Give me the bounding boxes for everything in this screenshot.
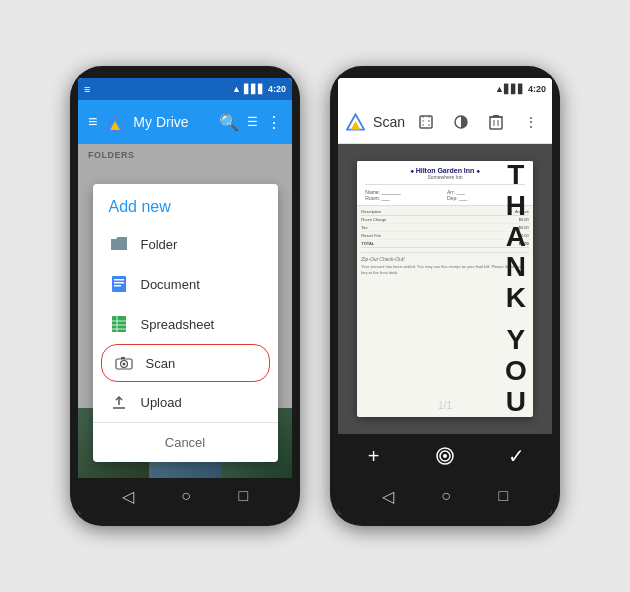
folder-item[interactable]: Folder (93, 224, 278, 264)
drive-content: FOLDERS Add new Folder (78, 144, 292, 478)
spreadsheet-icon (109, 314, 129, 334)
folder-label: Folder (141, 237, 178, 252)
document-icon (109, 274, 129, 294)
delete-button[interactable] (483, 108, 510, 136)
camera-scan-icon (114, 353, 134, 373)
spreadsheet-item[interactable]: Spreadsheet (93, 304, 278, 344)
phone2: ▲▋▋▋ 4:20 Scan ⋮ (330, 66, 560, 526)
scan-app-bar: Scan ⋮ (338, 100, 552, 144)
phone1-screen: ≡ ▲ ▋▋▋ 4:20 ≡ My Drive 🔍 ☰ ⋮ (78, 78, 292, 514)
modal-overlay: Add new Folder Document (78, 144, 292, 478)
drive-logo-icon-2 (346, 113, 365, 131)
list-icon-1[interactable]: ☰ (247, 115, 258, 129)
thank-you-overlay: T H A N K Y O U (505, 161, 527, 416)
crop-button[interactable] (413, 108, 440, 136)
hotel-name: ⬥ Hilton Garden Inn ⬥ Somewhere Inn (410, 167, 481, 180)
search-icon-1[interactable]: 🔍 (219, 113, 239, 132)
svg-rect-7 (114, 285, 121, 287)
recent-button-1[interactable]: □ (239, 487, 249, 505)
status-time: 4:20 (268, 84, 286, 94)
table-header-row: Description Amount (361, 208, 528, 216)
back-button-2[interactable]: ◁ (382, 487, 394, 506)
svg-rect-4 (112, 276, 126, 292)
svg-rect-5 (114, 279, 124, 281)
ty-T: T (507, 161, 524, 191)
svg-point-34 (443, 454, 447, 458)
scanned-document: ⬥ Hilton Garden Inn ⬥ Somewhere Inn Name… (357, 161, 532, 416)
app-bar-1: ≡ My Drive 🔍 ☰ ⋮ (78, 100, 292, 144)
ty-Y: Y (507, 325, 526, 356)
checkout-details: Your account has been settled. You may u… (361, 264, 528, 275)
status-icons-2: ▲▋▋▋ (495, 84, 525, 94)
table-total-row: TOTAL $0.00 (361, 240, 528, 248)
scan-bottom-bar: + ✓ (338, 434, 552, 478)
back-button-1[interactable]: ◁ (122, 487, 134, 506)
checkout-text: Zip-Out Check-Out! (361, 252, 528, 262)
svg-rect-27 (490, 117, 502, 129)
spreadsheet-label: Spreadsheet (141, 317, 215, 332)
camera-retake-icon (433, 444, 457, 468)
confirm-button[interactable]: ✓ (498, 438, 534, 474)
document-item[interactable]: Document (93, 264, 278, 304)
table-row-3: Resort Fee $0.00 (361, 232, 528, 240)
ty-H: H (506, 191, 526, 222)
upload-item[interactable]: Upload (93, 382, 278, 422)
table-row-2: Tax $0.00 (361, 224, 528, 232)
ty-N: N (506, 253, 526, 284)
phone2-screen: ▲▋▋▋ 4:20 Scan ⋮ (338, 78, 552, 514)
home-button-1[interactable]: ○ (181, 487, 191, 505)
menu-icon[interactable]: ≡ (88, 113, 97, 131)
modal-title: Add new (93, 184, 278, 224)
hotel-logo-row: ⬥ Hilton Garden Inn ⬥ Somewhere Inn (365, 167, 524, 180)
signal-icon: ▋▋▋ (244, 84, 265, 94)
retake-button[interactable] (427, 438, 463, 474)
table-row-1: Room Charge $0.00 (361, 216, 528, 224)
recent-button-2[interactable]: □ (499, 487, 509, 505)
page-indicator: 1/1 (438, 400, 452, 411)
svg-marker-1 (110, 121, 120, 130)
ty-U: U (506, 387, 526, 417)
more-icon-2[interactable]: ⋮ (517, 108, 544, 136)
status-time-2: 4:20 (528, 84, 546, 94)
doc-info-left: Name: _______ Room: ___ (365, 189, 443, 201)
hamburger-icon: ≡ (84, 83, 90, 95)
scan-item[interactable]: Scan (101, 344, 270, 382)
more-icon-1[interactable]: ⋮ (266, 113, 282, 132)
add-page-button[interactable]: + (356, 438, 392, 474)
upload-label: Upload (141, 395, 182, 410)
scan-title: Scan (373, 114, 405, 130)
phone1: ≡ ▲ ▋▋▋ 4:20 ≡ My Drive 🔍 ☰ ⋮ (70, 66, 300, 526)
status-bar-2: ▲▋▋▋ 4:20 (338, 78, 552, 100)
svg-rect-16 (121, 357, 125, 359)
app-bar-title-1: My Drive (133, 114, 211, 130)
document-label: Document (141, 277, 200, 292)
add-new-modal: Add new Folder Document (93, 184, 278, 462)
cancel-button[interactable]: Cancel (93, 422, 278, 462)
scan-label: Scan (146, 356, 176, 371)
ty-A: A (506, 222, 526, 253)
svg-rect-8 (112, 316, 126, 332)
wifi-icon: ▲ (232, 84, 241, 94)
svg-point-15 (122, 363, 125, 366)
drive-logo-icon (105, 113, 125, 131)
ty-K: K (506, 284, 526, 315)
home-button-2[interactable]: ○ (441, 487, 451, 505)
svg-rect-23 (420, 116, 432, 128)
doc-info: Name: _______ Room: ___ Arr: ___ Dep: __… (365, 189, 524, 201)
scan-content: ⬥ Hilton Garden Inn ⬥ Somewhere Inn Name… (338, 144, 552, 434)
svg-rect-6 (114, 282, 124, 284)
status-bar-1: ≡ ▲ ▋▋▋ 4:20 (78, 78, 292, 100)
contrast-button[interactable] (448, 108, 475, 136)
ty-O: O (505, 356, 527, 387)
svg-rect-29 (493, 115, 499, 117)
svg-marker-20 (351, 121, 361, 130)
upload-icon (109, 392, 129, 412)
folder-icon (109, 234, 129, 254)
bottom-nav-1: ◁ ○ □ (78, 478, 292, 514)
bottom-nav-2: ◁ ○ □ (338, 478, 552, 514)
